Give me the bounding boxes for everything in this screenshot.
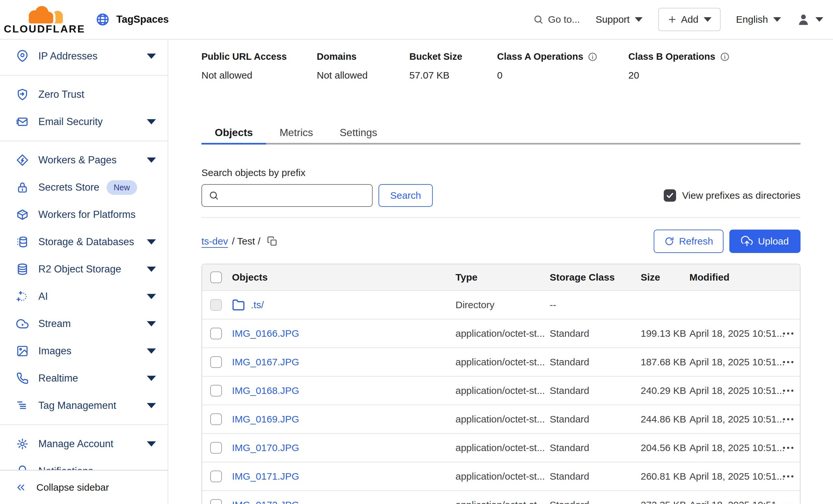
column-header-type: Type	[449, 272, 543, 283]
user-menu[interactable]	[796, 13, 823, 26]
chevron-down-icon	[147, 441, 156, 447]
object-storage-class: Standard	[543, 414, 634, 425]
table-row: IMG_0170.JPGapplication/octet-st...Stand…	[202, 433, 800, 462]
row-checkbox[interactable]	[210, 442, 222, 454]
sidebar-item-ip-addresses[interactable]: IP Addresses	[0, 43, 168, 70]
stat-label-text: Class A Operations	[497, 51, 583, 62]
view-prefixes-label: View prefixes as directories	[682, 190, 801, 201]
cloudflare-cloud-icon	[22, 4, 67, 24]
chevron-down-icon	[147, 267, 156, 272]
row-menu-dots-icon[interactable]	[781, 498, 795, 504]
sidebar-item-manage-account[interactable]: Manage Account	[0, 430, 168, 458]
row-actions-cell	[775, 469, 800, 483]
object-link[interactable]: IMG_0171.JPG	[232, 471, 299, 482]
row-checkbox[interactable]	[210, 499, 222, 504]
breadcrumb-bucket-link[interactable]: ts-dev	[201, 236, 228, 247]
stat-label-text: Domains	[317, 51, 356, 62]
account-switcher[interactable]: TagSpaces	[96, 13, 169, 27]
object-type: Directory	[449, 299, 543, 310]
row-checkbox[interactable]	[210, 356, 222, 368]
search-input[interactable]	[219, 185, 372, 206]
sidebar-item-images[interactable]: Images	[0, 337, 168, 365]
object-link[interactable]: IMG_0170.JPG	[232, 442, 299, 453]
object-link[interactable]: IMG_0167.JPG	[232, 357, 299, 368]
refresh-icon	[664, 236, 674, 246]
view-prefixes-checkbox[interactable]	[664, 189, 676, 202]
object-link[interactable]: IMG_0172.JPG	[232, 500, 299, 504]
sidebar-item-workers-for-platforms[interactable]: Workers for Platforms	[0, 201, 168, 228]
row-checkbox[interactable]	[210, 385, 222, 397]
directory-link[interactable]: .ts/	[251, 299, 264, 310]
sidebar-item-label: IP Addresses	[38, 50, 97, 62]
support-label: Support	[596, 14, 629, 25]
support-menu[interactable]: Support	[596, 14, 643, 25]
column-header-modified: Modified	[683, 272, 775, 283]
language-menu[interactable]: English	[736, 14, 781, 25]
sidebar-group-divider	[0, 75, 168, 76]
object-link[interactable]: IMG_0168.JPG	[232, 385, 299, 396]
sidebar-item-tag-management[interactable]: Tag Management	[0, 392, 168, 419]
object-size: 272.35 KB	[634, 500, 683, 504]
table-row: IMG_0172.JPGapplication/octet-st...Stand…	[202, 490, 800, 504]
stat-label-text: Bucket Size	[409, 51, 462, 62]
object-link[interactable]: IMG_0166.JPG	[232, 328, 299, 339]
info-icon[interactable]	[720, 52, 730, 62]
upload-button[interactable]: Upload	[729, 230, 801, 253]
sidebar-item-zero-trust[interactable]: Zero Trust	[0, 81, 168, 108]
cloudflare-logo[interactable]: CLOUDFLARE	[10, 4, 79, 35]
row-menu-dots-icon[interactable]	[781, 355, 795, 369]
go-to-search[interactable]: Go to...	[533, 14, 580, 25]
sidebar-item-label: Stream	[38, 318, 71, 330]
tab-metrics[interactable]: Metrics	[266, 122, 326, 143]
object-modified: April 18, 2025 10:51...	[683, 385, 775, 396]
info-icon[interactable]	[588, 52, 597, 62]
sidebar-item-label: Zero Trust	[38, 89, 84, 100]
row-menu-dots-icon[interactable]	[781, 412, 795, 426]
tab-settings[interactable]: Settings	[326, 122, 390, 143]
sidebar-item-stream[interactable]: Stream	[0, 310, 168, 337]
collapse-sidebar-button[interactable]: Collapse sidebar	[0, 470, 168, 504]
copy-path-icon[interactable]	[267, 236, 278, 247]
row-checkbox[interactable]	[210, 328, 222, 339]
sidebar-item-realtime[interactable]: Realtime	[0, 365, 168, 392]
search-button[interactable]: Search	[379, 184, 433, 207]
view-prefixes-toggle[interactable]: View prefixes as directories	[664, 189, 801, 202]
sidebar-item-storage-databases[interactable]: Storage & Databases	[0, 228, 168, 256]
row-checkbox[interactable]	[210, 471, 222, 482]
sidebar-item-secrets-store[interactable]: Secrets StoreNew	[0, 174, 168, 201]
sidebar-item-workers-pages[interactable]: Workers & Pages	[0, 146, 168, 174]
row-menu-dots-icon[interactable]	[781, 441, 795, 455]
row-actions-cell	[775, 498, 800, 504]
row-actions-cell	[775, 355, 800, 369]
sidebar-item-email-security[interactable]: Email Security	[0, 108, 168, 136]
row-menu-dots-icon[interactable]	[781, 326, 795, 341]
search-icon	[533, 14, 544, 25]
check-icon	[666, 191, 674, 200]
row-actions-cell	[775, 384, 800, 398]
person-icon	[796, 13, 810, 26]
language-label: English	[736, 14, 768, 25]
stat-label: Class A Operations	[497, 51, 597, 62]
row-menu-dots-icon[interactable]	[781, 469, 795, 483]
object-size: 187.68 KB	[634, 357, 683, 368]
stat-class-b-operations: Class B Operations20	[628, 51, 730, 81]
location-pin-icon	[16, 50, 29, 62]
tab-objects[interactable]: Objects	[201, 122, 266, 143]
row-menu-dots-icon[interactable]	[781, 384, 795, 398]
chevron-down-icon	[147, 119, 156, 124]
stat-label-text: Class B Operations	[628, 51, 715, 62]
object-name-cell: IMG_0170.JPG	[225, 442, 449, 453]
sidebar-item-label: Manage Account	[38, 438, 113, 450]
row-checkbox[interactable]	[210, 413, 222, 425]
sidebar-item-label: Email Security	[38, 116, 103, 128]
sidebar-item-ai[interactable]: AI	[0, 283, 168, 310]
sidebar-item-r2-object-storage[interactable]: R2 Object Storage	[0, 256, 168, 283]
go-to-label: Go to...	[548, 14, 580, 25]
add-button[interactable]: Add	[658, 8, 720, 31]
sidebar-item-label: Images	[38, 345, 71, 357]
select-all-checkbox[interactable]	[210, 271, 222, 283]
refresh-button[interactable]: Refresh	[654, 230, 723, 253]
object-type: application/octet-st...	[449, 385, 543, 396]
object-link[interactable]: IMG_0169.JPG	[232, 414, 299, 425]
caret-down-icon	[635, 17, 643, 22]
